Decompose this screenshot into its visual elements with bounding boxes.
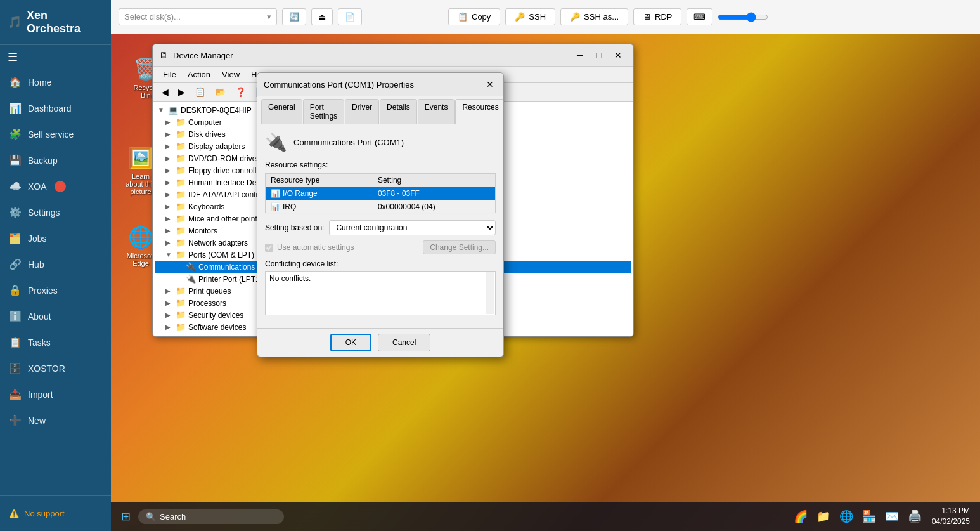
toolbar-back[interactable]: ◀: [158, 85, 172, 99]
com-device-name: Communications Port (COM1): [293, 138, 404, 147]
sidebar: 🎵 Xen Orchestra ☰ 🏠 Home 📊 Dashboard 🧩 S…: [0, 0, 111, 531]
sidebar-item-xoa[interactable]: ☁️ XOA !: [0, 173, 111, 199]
com-dialog-title: Communications Port (COM1) Properties: [264, 80, 414, 89]
sidebar-icon-8: 🔒: [9, 284, 22, 296]
ssh-button[interactable]: 🔑 SSH: [505, 8, 555, 25]
ok-button[interactable]: OK: [330, 334, 371, 351]
tab-driver[interactable]: Driver: [345, 99, 379, 124]
taskbar-search[interactable]: 🔍 Search: [138, 509, 284, 524]
copy-icon: 📋: [458, 12, 468, 22]
taskbar-folder-icon[interactable]: 📁: [814, 507, 833, 526]
taskbar-time: 1:13 PM 04/02/2025: [927, 506, 975, 527]
conflict-box: No conflicts.: [265, 271, 496, 315]
sidebar-label-8: Proxies: [28, 285, 58, 296]
minimize-button[interactable]: ─: [571, 48, 589, 62]
taskbar-colorful-icon[interactable]: 🌈: [791, 507, 810, 526]
taskbar-edge-icon[interactable]: 🌐: [837, 507, 856, 526]
device-manager-titlebar: 🖥 Device Manager ─ □ ✕: [153, 44, 633, 67]
copy-button[interactable]: 📋 Copy: [448, 8, 500, 25]
sidebar-item-jobs[interactable]: 🗂️ Jobs: [0, 225, 111, 251]
com-dialog-close[interactable]: ✕: [483, 77, 497, 91]
toolbar-resource-view[interactable]: 📂: [211, 85, 229, 99]
edge-img: 🌐: [128, 225, 153, 249]
desktop-area[interactable]: 🗑️ Recycle Bin 🖼️ Learn about this pictu…: [111, 34, 980, 531]
zoom-slider[interactable]: [718, 12, 768, 22]
sidebar-icon-4: ☁️: [9, 180, 22, 192]
sidebar-icon-11: 🗄️: [9, 362, 22, 374]
sidebar-item-home[interactable]: 🏠 Home: [0, 69, 111, 95]
sidebar-icon-9: ℹ️: [9, 310, 22, 322]
sidebar-item-proxies[interactable]: 🔒 Proxies: [0, 277, 111, 303]
sidebar-icon-3: 💾: [9, 154, 22, 166]
ssh-icon: 🔑: [515, 12, 525, 22]
setting-dropdown[interactable]: Current configuration: [329, 220, 496, 235]
tab-resources[interactable]: Resources: [455, 99, 504, 124]
device-manager-title: Device Manager: [173, 51, 566, 60]
menu-file[interactable]: File: [158, 68, 181, 81]
date-display: 04/02/2025: [932, 516, 970, 527]
menu-view[interactable]: View: [217, 68, 245, 81]
rdp-label: RDP: [655, 12, 672, 22]
toolbar-forward[interactable]: ▶: [174, 85, 189, 99]
sidebar-icon-6: 🗂️: [9, 232, 22, 244]
rdp-icon: 🖥: [643, 12, 651, 22]
toolbar-help[interactable]: ❓: [231, 85, 250, 99]
maximize-button[interactable]: □: [590, 48, 608, 62]
keyboard-button[interactable]: ⌨: [687, 8, 712, 25]
logo-icon: 🎵: [8, 15, 22, 29]
rdp-button[interactable]: 🖥 RDP: [633, 8, 681, 25]
sidebar-icon-7: 🔗: [9, 258, 22, 270]
sidebar-item-hub[interactable]: 🔗 Hub: [0, 251, 111, 277]
menu-action[interactable]: Action: [183, 68, 216, 81]
taskbar-mail-icon[interactable]: ✉️: [882, 507, 901, 526]
tab-port-settings[interactable]: Port Settings: [303, 99, 344, 124]
no-conflicts-text: No conflicts.: [269, 274, 311, 283]
device-header: 🔌 Communications Port (COM1): [265, 132, 496, 153]
tab-details[interactable]: Details: [380, 99, 417, 124]
taskbar-store-icon[interactable]: 🏪: [860, 507, 879, 526]
sidebar-item-about[interactable]: ℹ️ About: [0, 303, 111, 329]
tab-general[interactable]: General: [261, 99, 302, 124]
sidebar-item-xostor[interactable]: 🗄️ XOSTOR: [0, 355, 111, 381]
toolbar-device-view[interactable]: 📋: [191, 85, 209, 99]
close-button[interactable]: ✕: [609, 48, 627, 62]
app-logo[interactable]: 🎵 Xen Orchestra: [0, 0, 111, 45]
hamburger-menu[interactable]: ☰: [0, 45, 111, 69]
search-icon: 🔍: [146, 512, 156, 521]
resource-row-1[interactable]: 📊IRQ 0x00000004 (04): [266, 200, 496, 214]
cancel-button[interactable]: Cancel: [378, 334, 430, 351]
toolbar: Select disk(s)... ▾ 🔄 ⏏ 📄 📋 Copy 🔑 SSH 🔑…: [111, 0, 980, 34]
tab-events[interactable]: Events: [418, 99, 455, 124]
sidebar-label-3: Backup: [28, 155, 58, 166]
conflict-scrollbar[interactable]: [486, 272, 494, 314]
col-setting: Setting: [373, 174, 496, 187]
taskbar-printer-icon[interactable]: 🖨️: [905, 507, 924, 526]
sidebar-label-5: Settings: [28, 207, 60, 218]
eject-button[interactable]: ⏏: [311, 8, 333, 25]
disk-select-container[interactable]: Select disk(s)... ▾: [119, 8, 277, 25]
resource-row-0[interactable]: 📊I/O Range 03F8 - 03FF: [266, 187, 496, 200]
setting-based-label: Setting based on:: [265, 223, 324, 232]
refresh-button[interactable]: 🔄: [282, 8, 306, 25]
sidebar-item-dashboard[interactable]: 📊 Dashboard: [0, 95, 111, 121]
sidebar-item-backup[interactable]: 💾 Backup: [0, 147, 111, 173]
resource-table: Resource type Setting 📊I/O Range 03F8 - …: [265, 173, 496, 214]
file-button[interactable]: 📄: [338, 8, 362, 25]
com-dialog-footer: OK Cancel: [257, 328, 503, 357]
sidebar-item-settings[interactable]: ⚙️ Settings: [0, 199, 111, 225]
start-button[interactable]: ⊞: [116, 507, 136, 526]
sidebar-label-9: About: [28, 311, 51, 322]
sidebar-item-tasks[interactable]: 📋 Tasks: [0, 329, 111, 355]
ssh-as-button[interactable]: 🔑 SSH as...: [560, 8, 628, 25]
warning-icon: ⚠️: [9, 509, 19, 518]
sidebar-icon-12: 📥: [9, 388, 22, 400]
change-setting-button[interactable]: Change Setting...: [423, 240, 496, 254]
sidebar-item-new[interactable]: ➕ New: [0, 407, 111, 433]
sidebar-item-self-service[interactable]: 🧩 Self service: [0, 121, 111, 147]
sidebar-item-import[interactable]: 📥 Import: [0, 381, 111, 407]
sidebar-label-2: Self service: [28, 129, 74, 140]
setting-based-row: Setting based on: Current configuration: [265, 220, 496, 235]
copy-label: Copy: [472, 12, 491, 22]
resource-settings-label: Resource settings:: [265, 161, 496, 169]
auto-settings-checkbox[interactable]: [265, 244, 273, 252]
